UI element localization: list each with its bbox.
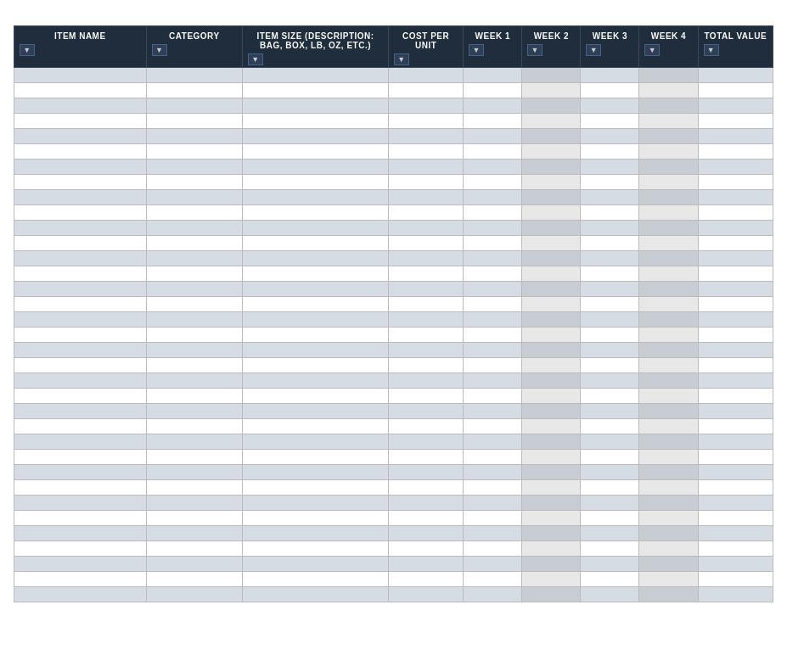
cell-total[interactable] [698,358,773,373]
cell-size[interactable] [243,480,389,496]
cell-week3[interactable] [581,419,639,434]
cell-week4[interactable] [639,557,698,572]
dropdown-week1[interactable]: ▼ [469,44,484,56]
cell-cat[interactable] [146,480,242,496]
cell-week1[interactable] [464,480,522,496]
cell-week2[interactable] [522,373,581,389]
cell-cat[interactable] [146,266,242,282]
cell-total[interactable] [698,251,773,266]
cell-week2[interactable] [522,205,581,221]
cell-size[interactable] [243,266,389,282]
cell-week4[interactable] [639,68,698,83]
cell-cat[interactable] [146,419,242,434]
dropdown-item[interactable]: ▼ [20,44,35,56]
cell-size[interactable] [243,190,389,205]
cell-size[interactable] [243,144,389,160]
cell-week3[interactable] [581,83,639,98]
cell-week2[interactable] [522,450,581,465]
cell-week1[interactable] [464,190,522,205]
cell-week2[interactable] [522,419,581,434]
cell-week4[interactable] [639,465,698,480]
cell-cat[interactable] [146,144,242,160]
cell-cost[interactable] [389,144,464,160]
cell-size[interactable] [243,68,389,83]
cell-size[interactable] [243,541,389,557]
cell-item[interactable] [14,557,147,572]
cell-week2[interactable] [522,526,581,541]
dropdown-size[interactable]: ▼ [248,53,263,65]
cell-item[interactable] [14,434,147,450]
cell-item[interactable] [14,205,147,221]
cell-size[interactable] [243,343,389,358]
cell-cat[interactable] [146,282,242,297]
cell-cat[interactable] [146,526,242,541]
cell-total[interactable] [698,297,773,312]
cell-week4[interactable] [639,419,698,434]
cell-cost[interactable] [389,572,464,587]
cell-cost[interactable] [389,358,464,373]
cell-week2[interactable] [522,83,581,98]
cell-week3[interactable] [581,221,639,236]
cell-week4[interactable] [639,587,698,602]
cell-week1[interactable] [464,496,522,511]
cell-week2[interactable] [522,297,581,312]
cell-item[interactable] [14,587,147,602]
cell-week2[interactable] [522,541,581,557]
cell-cat[interactable] [146,312,242,328]
cell-week4[interactable] [639,450,698,465]
cell-size[interactable] [243,419,389,434]
cell-week1[interactable] [464,511,522,526]
cell-size[interactable] [243,282,389,297]
cell-size[interactable] [243,328,389,343]
cell-week4[interactable] [639,236,698,251]
cell-total[interactable] [698,419,773,434]
cell-week2[interactable] [522,114,581,129]
cell-week3[interactable] [581,480,639,496]
cell-cat[interactable] [146,83,242,98]
cell-week1[interactable] [464,526,522,541]
cell-cat[interactable] [146,358,242,373]
cell-item[interactable] [14,419,147,434]
cell-week4[interactable] [639,205,698,221]
cell-week2[interactable] [522,282,581,297]
cell-week4[interactable] [639,160,698,175]
cell-cost[interactable] [389,389,464,404]
cell-week1[interactable] [464,343,522,358]
cell-total[interactable] [698,541,773,557]
cell-cost[interactable] [389,83,464,98]
cell-week1[interactable] [464,465,522,480]
cell-week3[interactable] [581,190,639,205]
cell-week3[interactable] [581,572,639,587]
cell-size[interactable] [243,160,389,175]
dropdown-total[interactable]: ▼ [704,44,719,56]
cell-week1[interactable] [464,266,522,282]
cell-week3[interactable] [581,343,639,358]
cell-week2[interactable] [522,221,581,236]
cell-total[interactable] [698,480,773,496]
cell-week4[interactable] [639,343,698,358]
cell-week1[interactable] [464,236,522,251]
cell-week4[interactable] [639,114,698,129]
cell-week4[interactable] [639,511,698,526]
dropdown-cat[interactable]: ▼ [152,44,167,56]
cell-week2[interactable] [522,129,581,144]
cell-cat[interactable] [146,297,242,312]
cell-week1[interactable] [464,221,522,236]
cell-week4[interactable] [639,144,698,160]
cell-cost[interactable] [389,511,464,526]
cell-week2[interactable] [522,587,581,602]
cell-week3[interactable] [581,114,639,129]
cell-week1[interactable] [464,68,522,83]
cell-week2[interactable] [522,312,581,328]
cell-cat[interactable] [146,98,242,114]
cell-week4[interactable] [639,266,698,282]
cell-week2[interactable] [522,465,581,480]
cell-item[interactable] [14,312,147,328]
cell-week3[interactable] [581,129,639,144]
cell-total[interactable] [698,328,773,343]
cell-week1[interactable] [464,557,522,572]
cell-week2[interactable] [522,572,581,587]
cell-cost[interactable] [389,465,464,480]
cell-cost[interactable] [389,434,464,450]
cell-cost[interactable] [389,175,464,190]
